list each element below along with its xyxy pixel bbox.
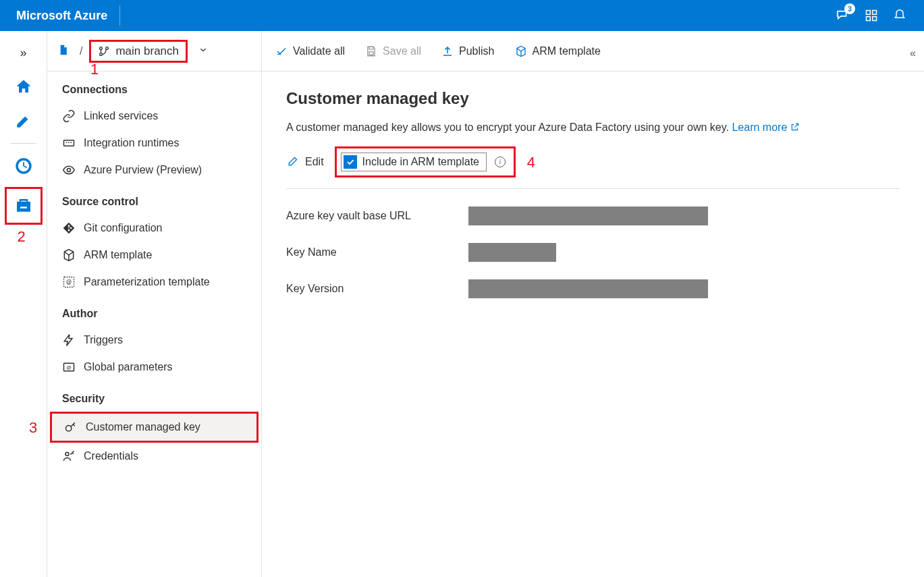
key-icon [64,420,78,434]
svg-rect-21 [369,47,373,49]
action-row: Edit Include in ARM template i 4 [286,146,900,189]
rail-monitor[interactable] [8,150,39,182]
sidebar-item-label: ARM template [84,249,152,261]
annotation-1: 1 [90,61,99,78]
svg-text:@: @ [66,364,72,370]
header-divider [119,5,120,26]
cube-icon [62,248,76,262]
svg-rect-1 [873,11,877,15]
branch-label: main branch [115,45,179,58]
sidebar-item-arm-template[interactable]: ARM template [47,242,261,269]
eye-icon [62,163,76,177]
svg-point-11 [67,169,71,172]
feedback-icon[interactable]: 3 [835,7,851,24]
include-arm-checkbox[interactable] [344,155,357,169]
sidebar-item-linked-services[interactable]: Linked services [47,103,261,130]
validate-all-button[interactable]: Validate all [275,45,345,57]
breadcrumb-sep: / [80,45,82,57]
branch-selector[interactable]: main branch 1 [89,40,188,63]
settings-sidebar: / main branch 1 « Connections Linked ser… [47,31,262,577]
content-toolbar: Validate all Save all Publish ARM templa… [262,31,924,72]
sidebar-item-label: Customer managed key [86,421,200,433]
page-title: Customer managed key [286,89,900,108]
brand-label: Microsoft Azure [16,9,107,23]
sidebar-item-label: Global parameters [84,361,173,373]
rail-expand[interactable]: » [8,43,39,62]
upload-icon [441,45,454,57]
link-icon [62,109,76,123]
bell-icon[interactable] [892,7,908,24]
include-arm-wrapper: Include in ARM template i 4 [335,146,516,177]
sidebar-toolbar: / main branch 1 [47,31,261,72]
collapse-sidebar-icon[interactable]: « [910,47,916,59]
svg-rect-0 [867,11,871,15]
runtime-icon [62,136,76,150]
edit-label: Edit [305,156,324,168]
sidebar-item-label: Integration runtimes [84,137,179,149]
field-label: Azure key vault base URL [286,210,468,222]
sidebar-item-parameterization[interactable]: @ Parameterization template [47,269,261,296]
rail-author[interactable] [8,105,39,136]
sidebar-item-git-config[interactable]: Git configuration [47,215,261,242]
field-value-redacted [468,243,556,262]
grid-icon[interactable] [863,7,879,24]
sidebar-item-label: Credentials [84,450,138,462]
field-key-name: Key Name [286,243,900,262]
trigger-icon [62,333,76,347]
svg-rect-6 [20,207,27,209]
svg-text:@: @ [66,279,72,285]
sidebar-item-global-parameters[interactable]: @ Global parameters [47,354,261,381]
page-description: A customer managed key allows you to enc… [286,121,900,134]
svg-point-13 [68,229,70,231]
learn-more-link[interactable]: Learn more [732,121,799,133]
rail-separator [11,143,36,144]
section-source-control: Source control [47,184,261,215]
tb-label: Publish [459,45,494,57]
content-area: Validate all Save all Publish ARM templa… [262,31,924,577]
sidebar-item-label: Linked services [84,110,158,122]
pencil-icon [288,155,300,169]
section-author: Author [47,296,261,327]
df-icon [58,43,73,60]
save-all-button: Save all [365,45,421,57]
info-icon[interactable]: i [495,157,506,167]
svg-point-7 [100,47,103,49]
sidebar-item-integration-runtimes[interactable]: Integration runtimes [47,130,261,157]
rail-manage[interactable]: 2 [5,187,43,225]
field-label: Key Version [286,283,468,295]
sidebar-item-credentials[interactable]: Credentials [47,443,261,470]
params-icon: @ [62,360,76,374]
publish-button[interactable]: Publish [441,45,494,57]
credentials-icon [62,449,76,463]
rail-home[interactable] [8,72,39,103]
field-value-redacted [468,207,708,225]
external-link-icon [790,122,800,134]
annotation-4: 4 [527,154,535,171]
edit-button[interactable]: Edit [286,152,325,172]
chevron-down-icon[interactable] [198,45,208,57]
svg-point-20 [65,452,69,456]
notification-badge: 3 [844,3,855,14]
param-icon: @ [62,275,76,289]
save-icon [365,45,377,57]
svg-rect-2 [867,17,871,21]
section-security: Security [47,381,261,412]
annotation-3: 3 [29,419,37,437]
git-icon [62,221,76,235]
field-kv-url: Azure key vault base URL [286,207,900,225]
svg-rect-10 [64,140,74,146]
sidebar-item-label: Azure Purview (Preview) [84,164,202,176]
svg-point-8 [100,53,103,55]
sidebar-item-azure-purview[interactable]: Azure Purview (Preview) [47,157,261,184]
svg-rect-22 [369,51,373,55]
sidebar-item-triggers[interactable]: Triggers [47,327,261,354]
field-value-redacted [468,279,708,298]
field-label: Key Name [286,246,468,258]
svg-point-9 [106,47,109,49]
sidebar-item-label: Triggers [84,334,123,346]
arm-template-button[interactable]: ARM template [515,45,601,57]
sidebar-item-customer-managed-key[interactable]: Customer managed key 3 [50,412,259,443]
cube-icon [515,45,527,57]
tb-label: Validate all [293,45,345,57]
tb-label: ARM template [533,45,601,57]
